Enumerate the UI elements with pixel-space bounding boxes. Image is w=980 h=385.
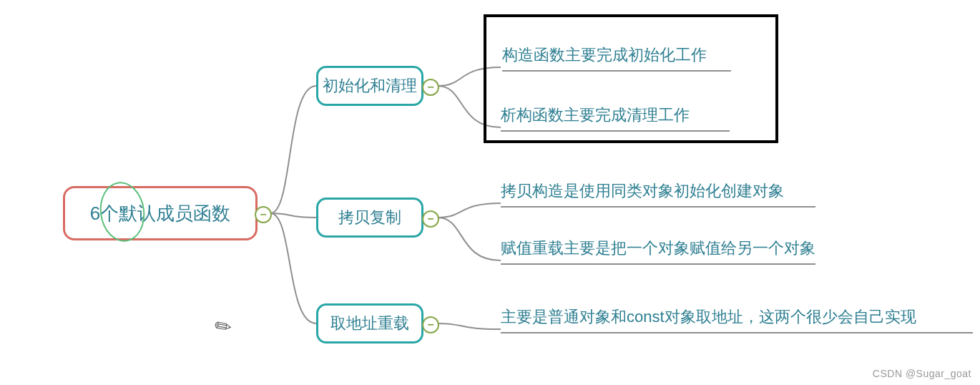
child-label: 初始化和清理 xyxy=(323,75,417,97)
child-label: 拷贝复制 xyxy=(338,207,401,228)
leaf-text: 拷贝构造是使用同类对象初始化创建对象 xyxy=(501,182,784,200)
leaf-text: 构造函数主要完成初始化工作 xyxy=(502,46,707,64)
leaf-text: 主要是普通对象和const对象取地址，这两个很少会自己实现 xyxy=(501,308,916,326)
leaf-underline xyxy=(501,206,815,208)
root-label: 6个默认成员函数 xyxy=(90,201,230,226)
leaf-constructor[interactable]: 构造函数主要完成初始化工作 xyxy=(502,44,731,72)
collapse-toggle-1[interactable] xyxy=(422,79,439,96)
leaf-copy-ctor[interactable]: 拷贝构造是使用同类对象初始化创建对象 xyxy=(501,180,815,208)
root-node[interactable]: 6个默认成员函数 xyxy=(63,186,258,240)
leaf-destructor[interactable]: 析构函数主要完成清理工作 xyxy=(501,104,730,132)
watermark-text: CSDN @Sugar_goat xyxy=(873,368,971,379)
collapse-toggle-2[interactable] xyxy=(422,210,439,228)
leaf-underline xyxy=(501,332,973,333)
leaf-underline xyxy=(501,263,815,265)
pencil-icon: ✎ xyxy=(210,312,237,341)
child-node-addressof[interactable]: 取地址重载 xyxy=(316,303,423,343)
mindmap-canvas: 6个默认成员函数 初始化和清理 构造函数主要完成初始化工作 析构函数主要完成清理… xyxy=(0,0,980,385)
leaf-text: 析构函数主要完成清理工作 xyxy=(501,106,690,124)
leaf-addressof[interactable]: 主要是普通对象和const对象取地址，这两个很少会自己实现 xyxy=(501,306,973,333)
collapse-toggle-3[interactable] xyxy=(422,316,439,333)
child-node-copy[interactable]: 拷贝复制 xyxy=(316,198,423,238)
leaf-underline xyxy=(501,130,730,132)
leaf-assign-overload[interactable]: 赋值重载主要是把一个对象赋值给另一个对象 xyxy=(501,238,815,265)
collapse-toggle-root[interactable] xyxy=(255,206,272,223)
leaf-underline xyxy=(502,70,731,72)
child-node-init-cleanup[interactable]: 初始化和清理 xyxy=(316,66,423,106)
child-label: 取地址重载 xyxy=(330,313,409,334)
leaf-text: 赋值重载主要是把一个对象赋值给另一个对象 xyxy=(501,239,815,257)
